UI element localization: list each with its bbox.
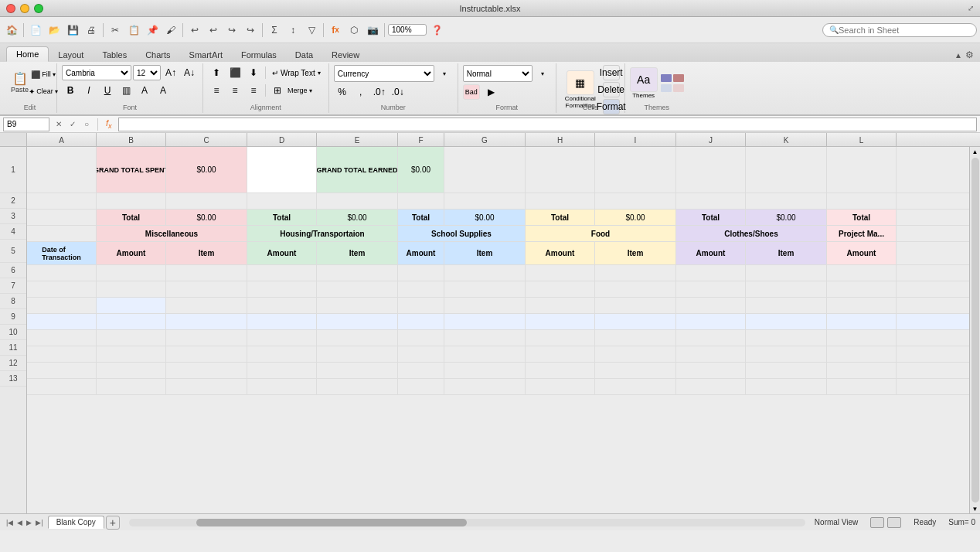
page-layout-view-icon[interactable] xyxy=(887,517,901,528)
filter-icon[interactable]: ▽ xyxy=(303,22,320,39)
expand-formula-btn[interactable]: ○ xyxy=(80,118,93,131)
cell-F9[interactable] xyxy=(398,314,444,329)
cut-icon[interactable]: ✂ xyxy=(107,22,124,39)
cell-D2[interactable] xyxy=(247,193,317,209)
cell-I11[interactable] xyxy=(595,346,676,362)
cell-G1[interactable] xyxy=(444,147,526,193)
cell-E2[interactable] xyxy=(317,193,398,209)
italic-button[interactable]: I xyxy=(80,83,97,98)
cell-A1[interactable] xyxy=(27,147,97,193)
merge-arrow[interactable]: ▾ xyxy=(309,87,312,94)
cell-I9[interactable] xyxy=(595,314,676,329)
cell-H9[interactable] xyxy=(526,314,595,329)
cell-B1[interactable]: GRAND TOTAL SPENT xyxy=(97,147,166,193)
cell-I13[interactable] xyxy=(595,379,676,394)
normal-view-icon[interactable] xyxy=(870,517,884,528)
function-icon[interactable]: fx xyxy=(327,22,344,39)
cell-D6[interactable] xyxy=(247,265,317,281)
minimize-button[interactable] xyxy=(20,4,29,13)
tab-smartart[interactable]: SmartArt xyxy=(180,48,232,62)
col-header-L[interactable]: L xyxy=(827,133,897,147)
formula-icon[interactable]: fx xyxy=(103,118,115,130)
cell-F12[interactable] xyxy=(398,363,444,378)
cell-H12[interactable] xyxy=(526,363,595,378)
sort-icon[interactable]: ↕ xyxy=(284,22,301,39)
view-icons[interactable] xyxy=(870,517,901,528)
cell-L5[interactable]: Amount xyxy=(827,242,897,264)
cell-G2[interactable] xyxy=(444,193,526,209)
increase-decimal-icon[interactable]: .0↑ xyxy=(371,84,388,100)
search-input[interactable] xyxy=(839,26,970,35)
cell-A5[interactable]: Date of Transaction xyxy=(27,242,97,264)
col-header-J[interactable]: J xyxy=(676,133,746,147)
themes-button[interactable]: Aa xyxy=(630,67,658,92)
cell-L10[interactable] xyxy=(827,330,897,346)
cell-K13[interactable] xyxy=(746,379,827,394)
cell-F11[interactable] xyxy=(398,346,444,362)
cell-I3[interactable]: $0.00 xyxy=(595,210,676,225)
align-center-button[interactable]: ≡ xyxy=(226,83,243,98)
tab-layout[interactable]: Layout xyxy=(49,48,93,62)
cell-K8[interactable] xyxy=(746,298,827,313)
ribbon-collapse-icon[interactable]: ▲ xyxy=(954,51,962,60)
cell-A7[interactable] xyxy=(27,281,97,297)
cell-G10[interactable] xyxy=(444,330,526,346)
col-header-H[interactable]: H xyxy=(526,133,595,147)
cell-C7[interactable] xyxy=(166,281,247,297)
decrease-font-size-button[interactable]: A↓ xyxy=(181,65,198,80)
cell-H11[interactable] xyxy=(526,346,595,362)
formula-input[interactable] xyxy=(118,118,977,131)
last-sheet-icon[interactable]: ▶| xyxy=(34,517,44,528)
home-icon[interactable]: 🏠 xyxy=(3,22,20,39)
cell-I6[interactable] xyxy=(595,265,676,281)
format-painter-icon[interactable]: 🖌 xyxy=(162,22,179,39)
merge-button[interactable]: ⊞ xyxy=(269,83,286,98)
cell-B9[interactable] xyxy=(97,314,166,329)
cell-D12[interactable] xyxy=(247,363,317,378)
save-icon[interactable]: 💾 xyxy=(64,22,81,39)
cell-C6[interactable] xyxy=(166,265,247,281)
cell-A8[interactable] xyxy=(27,298,97,313)
sum-icon[interactable]: Σ xyxy=(266,22,283,39)
decrease-decimal-icon[interactable]: .0↓ xyxy=(390,84,407,100)
cell-D11[interactable] xyxy=(247,346,317,362)
font-color-button[interactable]: A xyxy=(155,83,172,98)
tab-formulas[interactable]: Formulas xyxy=(232,48,286,62)
add-sheet-button[interactable]: + xyxy=(106,516,120,530)
tab-data[interactable]: Data xyxy=(286,48,322,62)
confirm-formula-btn[interactable]: ✓ xyxy=(66,118,79,131)
cell-G7[interactable] xyxy=(444,281,526,297)
col-header-E[interactable]: E xyxy=(317,133,398,147)
cell-C2[interactable] xyxy=(166,193,247,209)
ribbon-settings-icon[interactable]: ⚙ xyxy=(965,49,974,60)
cell-L6[interactable] xyxy=(827,265,897,281)
cell-A6[interactable] xyxy=(27,265,97,281)
cell-C8[interactable] xyxy=(166,298,247,313)
cell-I8[interactable] xyxy=(595,298,676,313)
cell-H2[interactable] xyxy=(526,193,595,209)
cell-G6[interactable] xyxy=(444,265,526,281)
cell-G3[interactable]: $0.00 xyxy=(444,210,526,225)
border-button[interactable]: ▥ xyxy=(117,83,134,98)
cell-L9[interactable] xyxy=(827,314,897,329)
undo-icon[interactable]: ↩ xyxy=(186,22,203,39)
cell-I12[interactable] xyxy=(595,363,676,378)
cell-D13[interactable] xyxy=(247,379,317,394)
cell-L3[interactable]: Total xyxy=(827,210,897,225)
cell-E12[interactable] xyxy=(317,363,398,378)
cell-H8[interactable] xyxy=(526,298,595,313)
camera-icon[interactable]: 📷 xyxy=(364,22,381,39)
name-icon[interactable]: ⬡ xyxy=(345,22,362,39)
cell-L11[interactable] xyxy=(827,346,897,362)
cell-G11[interactable] xyxy=(444,346,526,362)
cell-H10[interactable] xyxy=(526,330,595,346)
col-header-I[interactable]: I xyxy=(595,133,676,147)
fill-button[interactable]: ⬛ Fill ▾ xyxy=(35,66,52,82)
cell-B8[interactable] xyxy=(97,298,166,313)
clear-button[interactable]: ✦ Clear ▾ xyxy=(35,83,52,99)
cell-reference[interactable]: B9 xyxy=(3,118,49,131)
cell-G12[interactable] xyxy=(444,363,526,378)
cell-F2[interactable] xyxy=(398,193,444,209)
align-left-button[interactable]: ≡ xyxy=(208,83,225,98)
cell-A11[interactable] xyxy=(27,346,97,362)
